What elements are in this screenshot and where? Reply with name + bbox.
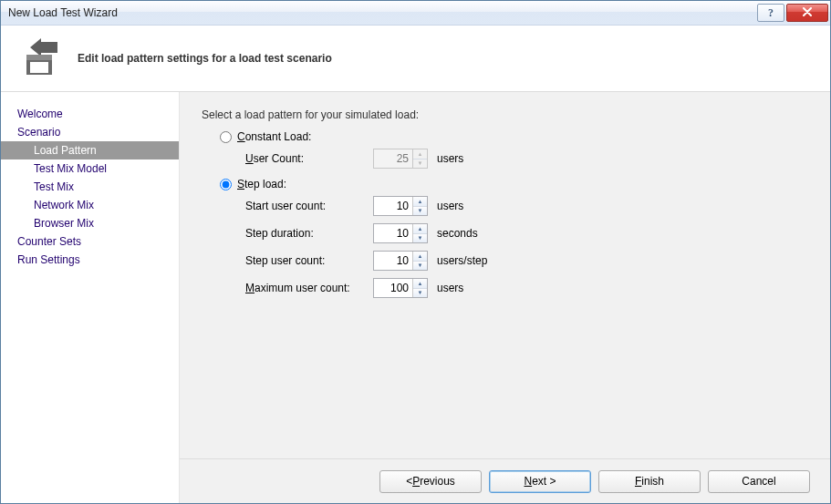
cancel-button[interactable]: Cancel — [708, 470, 810, 493]
start-user-count-unit: users — [437, 200, 463, 212]
spinner-down-icon: ▼ — [413, 159, 427, 169]
wizard-nav: Welcome Scenario Load Pattern Test Mix M… — [1, 92, 179, 503]
step-load-radio[interactable] — [220, 179, 232, 190]
start-user-count-input[interactable] — [374, 198, 412, 214]
spinner-up-icon[interactable]: ▲ — [413, 252, 427, 262]
step-user-count-unit: users/step — [437, 254, 487, 267]
wizard-header: Edit load pattern settings for a load te… — [1, 26, 830, 92]
nav-welcome[interactable]: Welcome — [1, 105, 179, 123]
step-load-fields: Start user count: ▲▼ users Step duration… — [245, 192, 808, 302]
user-count-unit: users — [437, 152, 463, 165]
nav-network-mix[interactable]: Network Mix — [1, 196, 179, 214]
next-button[interactable]: Next > — [489, 470, 591, 493]
wizard-window: New Load Test Wizard ? Edit load pattern… — [0, 0, 831, 504]
title-bar: New Load Test Wizard ? — [1, 1, 830, 26]
spinner-up-icon[interactable]: ▲ — [413, 279, 427, 289]
close-icon — [802, 7, 813, 18]
max-user-count-spinner[interactable]: ▲▼ — [373, 278, 428, 298]
nav-test-mix-model[interactable]: Test Mix Model — [1, 159, 179, 178]
constant-load-radio[interactable] — [220, 131, 232, 143]
max-user-count-unit: users — [437, 282, 463, 294]
step-duration-label: Step duration: — [245, 227, 373, 240]
load-test-icon — [17, 36, 61, 80]
spinner-up-icon: ▲ — [413, 149, 427, 159]
content-prompt: Select a load pattern for your simulated… — [202, 108, 808, 121]
spinner-down-icon[interactable]: ▼ — [413, 234, 427, 243]
previous-button[interactable]: < Previous — [379, 470, 482, 493]
finish-button[interactable]: Finish — [598, 470, 701, 493]
spinner-down-icon[interactable]: ▼ — [413, 207, 427, 216]
step-user-count-spinner[interactable]: ▲▼ — [373, 251, 428, 271]
window-title: New Load Test Wizard — [8, 6, 755, 19]
max-user-count-label: Maximum user count: — [245, 282, 373, 294]
spinner-up-icon[interactable]: ▲ — [413, 224, 427, 234]
spinner-up-icon[interactable]: ▲ — [413, 197, 427, 207]
user-count-spinner: ▲▼ — [373, 149, 428, 169]
step-user-count-label: Step user count: — [245, 254, 373, 267]
constant-load-fields: User Count: ▲▼ users — [245, 145, 808, 172]
step-load-option[interactable]: Step load: — [220, 178, 808, 190]
step-user-count-input[interactable] — [374, 252, 412, 269]
user-count-input — [374, 150, 412, 167]
max-user-count-input[interactable] — [374, 280, 412, 296]
step-duration-unit: seconds — [437, 227, 478, 240]
help-button[interactable]: ? — [757, 4, 784, 22]
constant-load-option[interactable]: Constant Load: — [220, 130, 808, 143]
spinner-down-icon[interactable]: ▼ — [413, 289, 427, 298]
nav-counter-sets[interactable]: Counter Sets — [1, 232, 179, 251]
user-count-label: User Count: — [245, 152, 373, 165]
nav-scenario[interactable]: Scenario — [1, 123, 179, 141]
nav-browser-mix[interactable]: Browser Mix — [1, 214, 179, 232]
wizard-content: Select a load pattern for your simulated… — [179, 92, 830, 503]
nav-load-pattern[interactable]: Load Pattern — [1, 141, 179, 159]
step-load-label: Step load: — [237, 178, 286, 190]
wizard-footer: < Previous Next > Finish Cancel — [180, 458, 830, 503]
svg-rect-1 — [26, 55, 52, 60]
start-user-count-spinner[interactable]: ▲▼ — [373, 196, 428, 216]
step-duration-input[interactable] — [374, 225, 412, 242]
header-title: Edit load pattern settings for a load te… — [78, 52, 332, 65]
constant-load-label: Constant Load: — [237, 130, 311, 143]
start-user-count-label: Start user count: — [245, 200, 373, 212]
step-duration-spinner[interactable]: ▲▼ — [373, 223, 428, 243]
close-button[interactable] — [786, 4, 828, 22]
svg-rect-2 — [30, 62, 48, 73]
wizard-body: Welcome Scenario Load Pattern Test Mix M… — [1, 92, 830, 503]
spinner-down-icon[interactable]: ▼ — [413, 262, 427, 271]
nav-test-mix[interactable]: Test Mix — [1, 178, 179, 196]
nav-run-settings[interactable]: Run Settings — [1, 251, 179, 269]
